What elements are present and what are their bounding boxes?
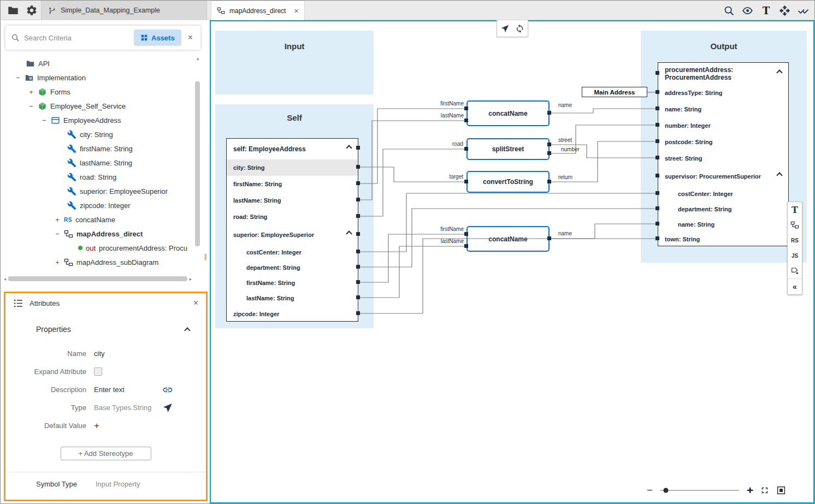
function-node-splitstreet[interactable]: splitStreet <box>466 138 550 160</box>
output-row-postcode[interactable]: postcode: String <box>658 134 788 150</box>
scroll-right-icon[interactable]: ▸ <box>187 276 194 282</box>
add-default-value-icon[interactable]: + <box>94 420 99 431</box>
mapping-canvas[interactable]: Input Self Output self: EmployeeAddress … <box>210 20 814 503</box>
chevron-up-icon[interactable] <box>346 230 352 236</box>
expand-toggle[interactable]: + <box>28 88 34 96</box>
project-folder-icon[interactable] <box>7 4 19 16</box>
zoom-in-icon[interactable]: + <box>747 485 753 495</box>
collapse-toggle[interactable]: − <box>28 102 34 110</box>
zoom-out-icon[interactable]: − <box>647 485 653 495</box>
tree-item-attr-road[interactable]: road: String <box>1 170 193 184</box>
project-tab[interactable]: Simple_Data_Mapping_Example <box>41 1 207 20</box>
tree-item-attr-zipcode[interactable]: zipcode: Integer <box>1 198 193 212</box>
self-row-superior-lastname[interactable]: lastName: String <box>227 290 358 306</box>
chevron-up-icon[interactable] <box>184 327 190 333</box>
link-icon[interactable] <box>162 384 173 395</box>
tree-item-mapaddress-direct[interactable]: − mapAddress_direct <box>1 227 193 241</box>
expand-toggle[interactable]: + <box>54 216 61 224</box>
self-employeeaddress-node[interactable]: self: EmployeeAddress city: String first… <box>226 138 358 322</box>
expand-attribute-checkbox[interactable] <box>94 367 102 376</box>
search-input[interactable] <box>24 34 129 42</box>
text-tool-icon[interactable]: T <box>760 5 772 16</box>
preview-eye-icon[interactable] <box>742 5 753 16</box>
output-row-addresstype[interactable]: addressType: String <box>658 85 788 101</box>
add-stereotype-button[interactable]: + Add Stereotype <box>61 447 151 460</box>
decision-tool-icon[interactable] <box>788 263 802 278</box>
constant-node-main-address[interactable]: Main Address <box>582 87 647 97</box>
tree-item-api[interactable]: API <box>1 56 193 70</box>
tree-item-attr-lastname[interactable]: lastName: String <box>1 156 193 170</box>
chevron-up-icon[interactable] <box>776 172 782 178</box>
tree-vertical-scrollbar[interactable]: ▴ ▾ <box>194 55 201 302</box>
tree-item-forms[interactable]: + Forms <box>1 85 193 99</box>
output-row-name[interactable]: name: String <box>658 101 788 117</box>
function-node-converttostring[interactable]: convertToString <box>466 171 550 193</box>
validate-checks-icon[interactable] <box>798 5 809 16</box>
rs-script-tool-icon[interactable]: RS <box>788 233 802 248</box>
output-row-department[interactable]: department: String <box>658 201 788 217</box>
expand-toggle[interactable]: + <box>54 258 61 266</box>
assets-filter-button[interactable]: Assets <box>134 29 181 46</box>
function-node-concatname-1[interactable]: concatName <box>466 100 550 126</box>
horizontal-scroll-thumb[interactable] <box>8 276 187 281</box>
output-row-supervisor-name[interactable]: name: String <box>658 217 788 232</box>
self-row-costcenter[interactable]: costCenter: Integer <box>227 245 358 260</box>
self-row-city[interactable]: city: String <box>227 159 358 176</box>
tree-item-attr-city[interactable]: city: String <box>1 127 193 141</box>
tree-item-attr-superior[interactable]: superior: EmployeeSuperior <box>1 184 193 198</box>
subdiagram-tool-icon[interactable] <box>788 217 802 233</box>
fit-to-frame-icon[interactable] <box>776 485 786 495</box>
collapse-toggle[interactable]: − <box>41 116 48 124</box>
text-tool-icon[interactable]: T <box>788 202 802 217</box>
output-row-costcenter[interactable]: costCenter: Integer <box>658 186 788 201</box>
chevron-up-icon[interactable] <box>346 145 352 151</box>
tab-close-icon[interactable]: × <box>294 6 299 15</box>
scroll-left-icon[interactable]: ◂ <box>2 276 8 282</box>
document-tab[interactable]: mapAddress_direct × <box>211 1 305 20</box>
settings-gear-icon[interactable] <box>26 4 38 16</box>
function-node-concatname-2[interactable]: concatName <box>466 226 550 252</box>
js-script-tool-icon[interactable]: JS <box>788 248 802 263</box>
zoom-slider[interactable] <box>659 486 740 495</box>
tree-item-attr-firstname[interactable]: firstName: String <box>1 141 193 156</box>
self-node-header[interactable]: self: EmployeeAddress <box>227 139 358 159</box>
properties-section-header[interactable]: Properties <box>5 313 206 337</box>
search-icon[interactable] <box>723 5 735 16</box>
vertical-scroll-thumb[interactable] <box>195 81 200 246</box>
self-row-department[interactable]: department: String <box>227 260 358 275</box>
output-row-town[interactable]: town: String <box>658 232 788 247</box>
self-row-superior-firstname[interactable]: firstName: String <box>227 275 358 290</box>
navigate-to-type-icon[interactable] <box>162 402 173 413</box>
type-value[interactable]: Base Types.String <box>94 404 151 412</box>
collapse-toolbar-icon[interactable]: « <box>788 279 802 294</box>
self-row-firstname[interactable]: firstName: String <box>227 176 358 192</box>
output-row-supervisor[interactable]: supervisor: ProcurementSuperior <box>658 167 788 186</box>
refresh-sync-icon[interactable] <box>515 24 524 33</box>
tree-item-employee-self-service[interactable]: − Employee_Self_Service <box>1 99 193 113</box>
tree-item-out-procurementaddress[interactable]: out procurementAddress: Procu <box>1 241 193 255</box>
tree-item-implementation[interactable]: − Implementation <box>1 70 193 85</box>
move-pan-icon[interactable] <box>779 5 790 16</box>
fullscreen-icon[interactable] <box>760 485 770 495</box>
scroll-up-icon[interactable]: ▴ <box>194 55 201 62</box>
collapse-toggle[interactable]: − <box>54 230 61 238</box>
description-value[interactable]: Enter text <box>94 386 125 394</box>
tree-item-concatname[interactable]: + RS concatName <box>1 212 193 227</box>
collapse-toggle[interactable]: − <box>15 74 21 82</box>
tree-item-mapaddress-subdiagram[interactable]: + mapAddress_subDiagram <box>1 255 193 269</box>
self-row-road[interactable]: road: String <box>227 209 358 225</box>
navigate-icon[interactable] <box>500 24 510 33</box>
output-node-header[interactable]: procurementAddress: ProcurementAddress <box>658 63 788 85</box>
output-row-street[interactable]: street: String <box>658 150 788 167</box>
clear-search-icon[interactable]: × <box>186 33 195 43</box>
output-row-number[interactable]: number: Integer <box>658 117 788 134</box>
output-procurementaddress-node[interactable]: procurementAddress: ProcurementAddress a… <box>658 62 789 246</box>
chevron-up-icon[interactable] <box>776 69 782 75</box>
tree-item-employeeaddress[interactable]: − EmployeeAddress <box>1 113 193 127</box>
sidebar-splitter-handle[interactable]: ∥ <box>204 253 207 260</box>
name-value[interactable]: city <box>94 349 105 358</box>
self-row-zipcode[interactable]: zipcode: Integer <box>227 306 358 322</box>
tree-horizontal-scrollbar[interactable]: ◂ ▸ <box>2 276 194 282</box>
self-row-lastname[interactable]: lastName: String <box>227 192 358 209</box>
close-panel-icon[interactable]: × <box>193 298 198 308</box>
